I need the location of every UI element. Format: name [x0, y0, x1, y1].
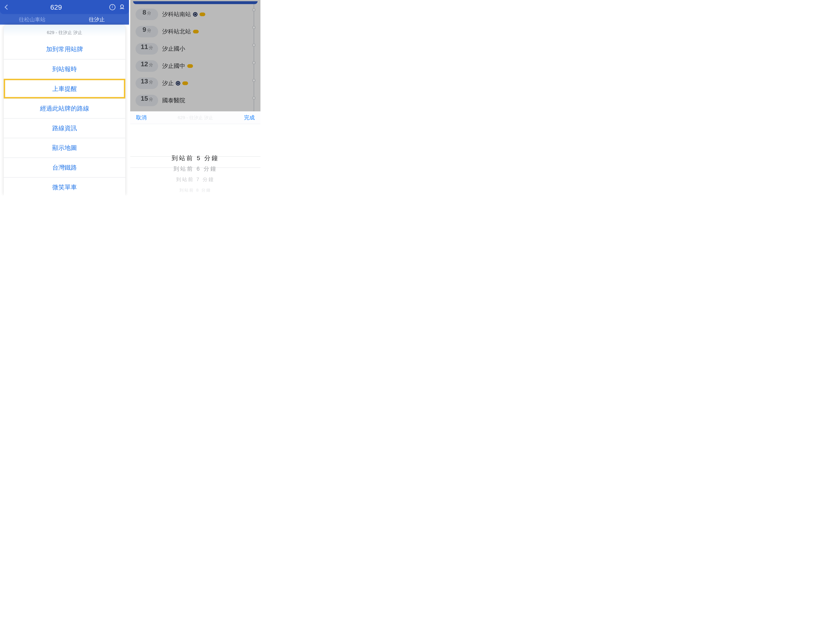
stop-name: 汐科站北站 — [162, 28, 255, 35]
arrival-time-pill: 12分 — [136, 60, 158, 72]
arrival-time-pill: 9分 — [136, 26, 158, 37]
time-picker-panel: 取消 629 - 往汐止 汐止 完成 到站前 5 分鐘 到站前 6 分鐘 到站前… — [130, 111, 261, 196]
action-sheet: 629 - 往汐止 汐止 加到常用站牌到站報時上車提醒經過此站牌的路線路線資訊顯… — [4, 25, 125, 196]
menu-item-3[interactable]: 經過此站牌的路線 — [4, 98, 125, 118]
arrival-time-pill: 15分 — [136, 95, 158, 106]
picker-title: 629 - 往汐止 汐止 — [178, 115, 213, 121]
stop-row[interactable]: 11分汐止國小 — [130, 40, 261, 57]
header-peek — [133, 1, 257, 4]
route-header: 629 往松山車站 往汐止 — [0, 0, 129, 25]
arrival-time-pill: 8分 — [136, 9, 158, 20]
menu-item-7[interactable]: 微笑單車 — [4, 177, 125, 196]
bike-icon — [193, 30, 199, 33]
picker-option[interactable]: 到站前 7 分鐘 — [176, 174, 215, 185]
arrival-time-pill: 13分 — [136, 77, 158, 89]
stop-row[interactable]: 13分汐止 — [130, 75, 261, 92]
stop-name: 汐科站南站 — [162, 11, 255, 18]
direction-tabs: 往松山車站 往汐止 — [0, 14, 129, 25]
arrival-time-pill: 11分 — [136, 43, 158, 55]
tab-songshan[interactable]: 往松山車站 — [0, 16, 65, 23]
menu-item-5[interactable]: 顯示地圖 — [4, 138, 125, 158]
stop-name: 汐止國小 — [162, 45, 255, 53]
info-icon[interactable] — [109, 4, 115, 10]
rail-icon — [193, 12, 197, 17]
stop-name: 國泰醫院 — [162, 96, 255, 104]
cancel-button[interactable]: 取消 — [136, 114, 147, 121]
bike-icon — [199, 13, 205, 16]
rail-icon — [176, 81, 180, 85]
done-button[interactable]: 完成 — [244, 114, 255, 121]
picker-option[interactable]: 到站前 8 分鐘 — [180, 185, 211, 196]
sheet-title: 629 - 往汐止 汐止 — [4, 25, 125, 39]
picker-wheel[interactable]: 到站前 5 分鐘 到站前 6 分鐘 到站前 7 分鐘 到站前 8 分鐘 — [130, 124, 261, 196]
picker-option[interactable]: 到站前 6 分鐘 — [174, 163, 217, 174]
menu-item-0[interactable]: 加到常用站牌 — [4, 39, 125, 59]
menu-item-4[interactable]: 路線資訊 — [4, 118, 125, 138]
menu-item-1[interactable]: 到站報時 — [4, 59, 125, 79]
route-number: 629 — [3, 3, 109, 11]
stop-row[interactable]: 8分汐科站南站 — [130, 6, 261, 23]
tab-xizhi[interactable]: 往汐止 — [65, 16, 129, 23]
bike-icon — [182, 81, 188, 85]
stop-row[interactable]: 12分汐止國中 — [130, 57, 261, 75]
bike-icon — [187, 64, 193, 68]
menu-item-2[interactable]: 上車提醒 — [4, 79, 125, 98]
stop-name: 汐止 — [162, 79, 255, 87]
stop-name: 汐止國中 — [162, 62, 255, 70]
stop-row[interactable]: 9分汐科站北站 — [130, 23, 261, 40]
stop-row[interactable]: 15分國泰醫院 — [130, 92, 261, 109]
location-icon[interactable] — [119, 4, 125, 10]
menu-item-6[interactable]: 台灣鐵路 — [4, 158, 125, 177]
picker-option-selected[interactable]: 到站前 5 分鐘 — [172, 153, 219, 163]
